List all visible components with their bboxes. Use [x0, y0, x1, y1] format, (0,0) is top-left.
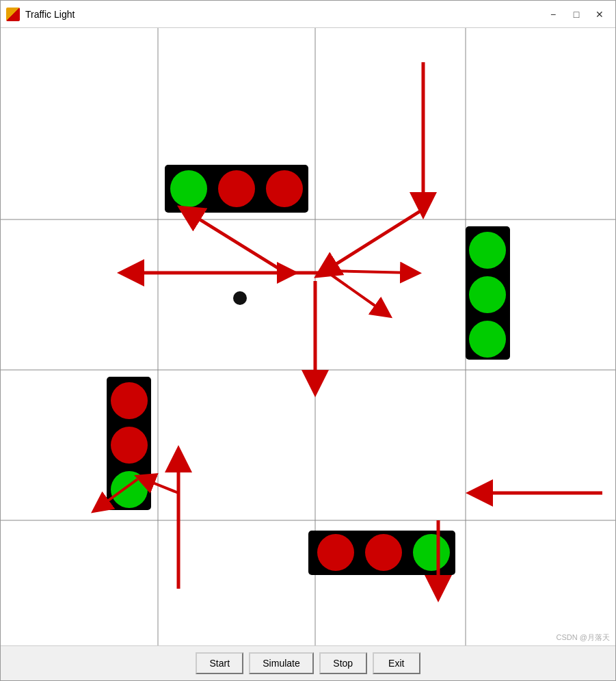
traffic-simulation — [1, 28, 615, 645]
svg-point-9 — [218, 170, 255, 207]
svg-point-20 — [317, 534, 354, 571]
svg-point-18 — [111, 471, 148, 508]
svg-point-23 — [233, 291, 247, 305]
simulate-button[interactable]: Simulate — [249, 652, 313, 674]
app-icon — [6, 8, 20, 21]
simulation-area: CSDN @月落天 — [1, 28, 615, 645]
control-bar: Start Simulate Stop Exit — [1, 645, 615, 680]
svg-point-8 — [170, 170, 207, 207]
svg-point-10 — [266, 170, 303, 207]
main-window: Traffic Light − □ ✕ — [0, 0, 616, 681]
restore-button[interactable]: □ — [566, 6, 587, 23]
close-button[interactable]: ✕ — [589, 6, 610, 23]
stop-button[interactable]: Stop — [319, 652, 367, 674]
title-bar: Traffic Light − □ ✕ — [1, 1, 615, 28]
exit-button[interactable]: Exit — [373, 652, 420, 674]
svg-point-21 — [365, 534, 402, 571]
minimize-button[interactable]: − — [543, 6, 563, 23]
window-title: Traffic Light — [25, 9, 543, 20]
svg-point-13 — [469, 276, 506, 313]
svg-point-17 — [111, 427, 148, 464]
svg-point-16 — [111, 382, 148, 419]
svg-rect-0 — [1, 28, 615, 645]
svg-point-22 — [413, 534, 450, 571]
start-button[interactable]: Start — [196, 652, 243, 674]
svg-point-14 — [469, 321, 506, 358]
svg-point-12 — [469, 232, 506, 269]
window-controls: − □ ✕ — [543, 6, 610, 23]
watermark-text: CSDN @月落天 — [557, 632, 610, 643]
